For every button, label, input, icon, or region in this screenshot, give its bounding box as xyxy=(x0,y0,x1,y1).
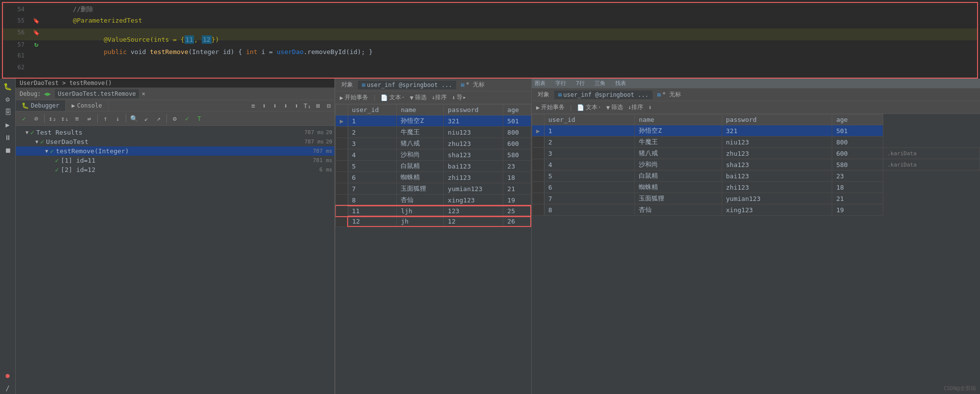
db2-row-2[interactable]: 2 牛魔王 niu123 800 xyxy=(532,137,980,148)
debug-close-btn[interactable]: × xyxy=(142,90,145,97)
t-btn[interactable]: T xyxy=(194,113,205,124)
sidebar-icon-slash[interactable]: / xyxy=(2,382,14,394)
db1-text[interactable]: 📄 文本· xyxy=(379,93,406,102)
db1-tab-userinf[interactable]: ⊞ user_inf @springboot ... xyxy=(358,81,456,89)
search-btn[interactable]: 🔍 xyxy=(129,113,139,124)
db1-start-tx[interactable]: ▶ 开始事务 xyxy=(338,93,370,102)
db2-col-name[interactable]: name xyxy=(635,114,722,125)
check-btn[interactable]: ✓ xyxy=(19,113,29,124)
db2-rownum-4 xyxy=(532,159,544,170)
sidebar-icon-bug[interactable]: 🐛 xyxy=(2,81,14,92)
db2-row-6[interactable]: 6 蜘蛛精 zhi123 18 xyxy=(532,182,980,193)
sidebar-icon-pause[interactable]: ⏸ xyxy=(2,132,14,143)
db2-col-userid[interactable]: user_id xyxy=(544,114,634,125)
arrows-btn[interactable]: ⇌ xyxy=(84,113,95,124)
db2-col-password[interactable]: password xyxy=(722,114,832,125)
gutter-55: 🔖 xyxy=(30,18,42,24)
db1-col-password[interactable]: password xyxy=(444,105,503,115)
db1-row-11[interactable]: 11 ljh 123 25 xyxy=(336,206,531,216)
tab-debugger[interactable]: 🐛 Debugger xyxy=(16,100,66,111)
db1-row-1[interactable]: ▶ 1 孙悟空Z 321 501 xyxy=(336,115,531,127)
db2-extra-4: .kariData xyxy=(883,159,980,170)
debug-tab-name[interactable]: UserDaoTest.testRemove xyxy=(55,89,139,98)
tree-item-id12[interactable]: ✓ [2] id=12 6 ms xyxy=(16,165,334,174)
db-panel-2: 图表 字行 7行 三角 找表 对象 ⊞ user_inf @springboot… xyxy=(531,79,980,394)
db2-col-age[interactable]: age xyxy=(832,114,883,125)
db2-row-4[interactable]: 4 沙和尚 sha123 580 .kariData xyxy=(532,159,980,170)
sidebar-icon-structure[interactable]: ⚙ xyxy=(2,93,14,105)
code-content-55: @ParameterizedTest xyxy=(42,17,973,24)
text-icon: 📄 xyxy=(381,94,388,101)
db2-row-7[interactable]: 7 玉面狐狸 yumian123 21 xyxy=(532,193,980,204)
db1-filter[interactable]: ▼ 筛选 xyxy=(408,93,428,102)
db2-text[interactable]: 📄 文本· xyxy=(575,103,602,112)
db2-row-1[interactable]: ▶ 1 孙悟空Z 321 501 xyxy=(532,125,980,137)
down-btn[interactable]: ↓ xyxy=(112,113,123,124)
db2-tab-userinf[interactable]: ⊞ user_inf @springboot ... xyxy=(554,90,653,99)
check2-btn[interactable]: ✓ xyxy=(182,113,192,124)
db1-row-4[interactable]: 4 沙和尚 sha123 580 xyxy=(336,149,531,161)
settings-btn[interactable]: ⚙ xyxy=(169,113,180,124)
db2-start-tx[interactable]: ▶ 开始事务 xyxy=(535,103,566,112)
code-line-57: 57 ↻ public void testRemove(Integer id) … xyxy=(3,40,977,52)
sidebar-icon-dot[interactable]: ● xyxy=(2,369,14,381)
db1-cell-userid-5: 5 xyxy=(348,161,397,172)
tree-item-results[interactable]: ▼ ✓ Test Results 787 ms 20 xyxy=(16,128,334,137)
db2-export[interactable]: ⬇ xyxy=(647,104,653,112)
db1-col-age[interactable]: age xyxy=(503,105,531,115)
cancel-btn[interactable]: ⊘ xyxy=(31,113,42,124)
id11-label: [1] id=11 xyxy=(61,157,309,164)
toolbar-icon-align[interactable]: ⊟ xyxy=(324,100,334,111)
db2-cell-age-2: 800 xyxy=(832,137,883,148)
sidebar-icon-run[interactable]: ▶ xyxy=(2,119,14,131)
tree-item-userdaotest[interactable]: ▼ ✓ UserDaoTest 787 ms 20 xyxy=(16,137,334,146)
db1-export[interactable]: ⬇ 导▸ xyxy=(450,93,467,102)
db2-col-marker xyxy=(532,114,544,125)
toolbar-icon-down2[interactable]: ⬇ xyxy=(280,100,291,111)
sidebar-icon-db[interactable]: 🗄 xyxy=(2,106,14,118)
db2-tab-notitle[interactable]: ⊞ * 无标 xyxy=(653,89,685,100)
db1-row-2[interactable]: 2 牛魔王 niu123 800 xyxy=(336,127,531,138)
db1-row-7[interactable]: 7 玉面狐狸 yumian123 21 xyxy=(336,183,531,195)
db1-tab-object[interactable]: 对象 xyxy=(337,80,357,90)
db1-col-name[interactable]: name xyxy=(397,105,444,115)
out-btn[interactable]: ↗ xyxy=(153,113,164,124)
sort1-btn[interactable]: ↕₂ xyxy=(47,113,58,124)
line-num-54: 54 xyxy=(7,6,25,13)
db1-row-5[interactable]: 5 白鼠精 bai123 23 xyxy=(336,161,531,172)
toolbar-icon-lines[interactable]: ≡ xyxy=(248,100,259,111)
db2-row-5[interactable]: 5 白鼠精 bai123 23 xyxy=(532,170,980,182)
db1-sort[interactable]: ↓排序 xyxy=(430,93,448,102)
up-btn[interactable]: ↑ xyxy=(100,113,111,124)
in-btn[interactable]: ↙ xyxy=(141,113,152,124)
db2-sort[interactable]: ↓排序 xyxy=(626,103,645,112)
equal-btn[interactable]: ≡ xyxy=(72,113,82,124)
db2-tab-object[interactable]: 对象 xyxy=(534,89,553,100)
toolbar-icon-grid[interactable]: ⊞ xyxy=(313,100,324,111)
results-count: 20 xyxy=(326,129,332,136)
db1-cell-userid-1: 1 xyxy=(348,115,397,127)
tab-console[interactable]: ▶ Console xyxy=(66,100,109,111)
db1-row-8[interactable]: 8 杏仙 xing123 19 xyxy=(336,195,531,206)
toolbar-icon-down1[interactable]: ⬇ xyxy=(270,100,280,111)
debugger-tab-label: Debugger xyxy=(31,102,59,109)
sidebar-icon-stop[interactable]: ⏹ xyxy=(2,144,14,156)
db2-row-3[interactable]: 3 猪八戒 zhu123 600 .kariData xyxy=(532,148,980,159)
sort2-btn[interactable]: ↕₁ xyxy=(59,113,70,124)
db2-export-icon: ⬇ xyxy=(648,104,652,111)
tree-item-testremove[interactable]: ▼ ✓ testRemove(Integer) 787 ms xyxy=(16,146,334,156)
tree-item-id11[interactable]: ✓ [1] id=11 781 ms xyxy=(16,156,334,165)
toolbar-icon-up[interactable]: ⬆ xyxy=(259,100,270,111)
db1-tab-notitle[interactable]: ⊞ * 无标 xyxy=(457,80,489,90)
db2-filter[interactable]: ▼ 筛选 xyxy=(605,103,625,112)
toolbar-icon-up2[interactable]: ⬆ xyxy=(291,100,302,111)
db2-cell-userid-1: 1 xyxy=(544,125,634,137)
main-container: 54 //删除 55 🔖 @ParameterizedTest 56 🔖 @Va… xyxy=(0,0,980,394)
partial-col-4: 三角 xyxy=(595,80,605,87)
db1-row-6[interactable]: 6 蜘蛛精 zhi123 18 xyxy=(336,172,531,183)
db1-row-12[interactable]: 12 jh 12 26 xyxy=(336,216,531,226)
db1-row-3[interactable]: 3 猪八戒 zhu123 600 xyxy=(336,138,531,149)
db2-row-8[interactable]: 8 杏仙 xing123 19 xyxy=(532,204,980,216)
toolbar-icon-t[interactable]: T₁ xyxy=(302,100,313,111)
db1-col-userid[interactable]: user_id xyxy=(348,105,397,115)
